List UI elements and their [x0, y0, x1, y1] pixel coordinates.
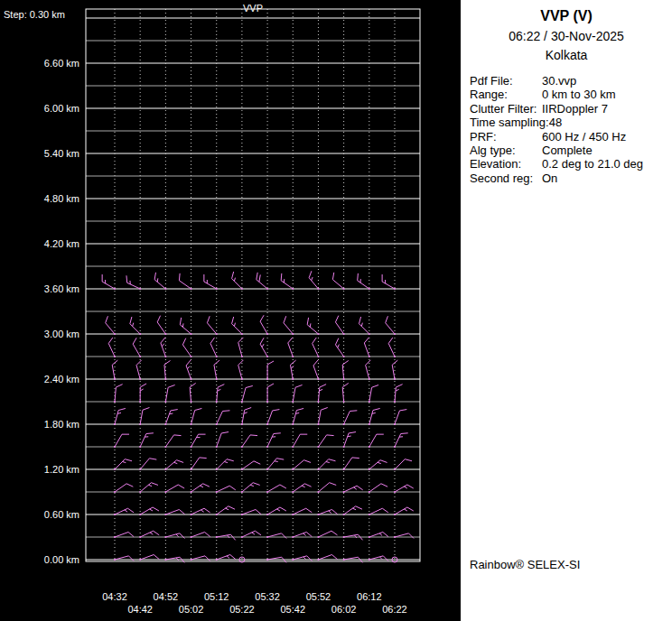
info-fields: Pdf File:30.vvpRange:0 km to 30 kmClutte…	[470, 74, 672, 185]
wind-barb	[382, 274, 396, 290]
panel-datetime: 06:22 / 30-Nov-2025	[461, 29, 672, 43]
y-tick-label: 1.20 km	[44, 464, 79, 475]
wind-barb	[394, 459, 412, 470]
x-tick-label: 06:02	[331, 604, 357, 615]
wind-barb	[114, 408, 126, 425]
wind-barb	[307, 318, 319, 335]
wind-barb	[139, 384, 146, 403]
wind-barb	[369, 434, 384, 448]
wind-barb	[266, 361, 274, 380]
y-tick-label: 5.40 km	[44, 148, 79, 159]
x-tick-label: 05:52	[306, 591, 331, 602]
x-tick-label: 04:42	[127, 604, 153, 615]
wind-barb	[260, 338, 268, 357]
info-panel: VVP (V) 06:22 / 30-Nov-2025 Kolkata Pdf …	[461, 0, 672, 621]
wind-barb	[317, 408, 327, 425]
info-field-label: Range:	[470, 88, 542, 101]
wind-barb	[369, 385, 378, 403]
wind-barb	[136, 360, 142, 380]
wind-barb	[343, 458, 359, 470]
x-tick-label: 04:52	[154, 591, 179, 602]
wind-barb	[266, 459, 284, 470]
wind-barb	[359, 317, 369, 335]
y-tick-label: 6.00 km	[44, 103, 79, 114]
info-field-row: Time sampling:48	[470, 116, 672, 129]
wind-barb	[292, 408, 303, 425]
wind-barb	[317, 435, 333, 448]
wind-barb	[335, 316, 344, 335]
wind-barb	[343, 506, 362, 515]
y-tick-label: 4.80 km	[44, 193, 79, 204]
wind-barb	[216, 459, 234, 470]
y-tick-label: 6.60 km	[44, 58, 79, 69]
wind-barb	[114, 556, 134, 561]
x-tick-label: 05:42	[280, 604, 305, 615]
x-axis-labels: 04:3204:4204:5205:0205:1205:2205:3205:42…	[102, 591, 407, 615]
wind-barb	[266, 410, 279, 425]
wind-barb	[139, 483, 158, 493]
y-tick-label: 3.00 km	[44, 329, 79, 339]
info-field-value: 48	[549, 116, 562, 129]
wind-barb	[114, 434, 129, 448]
wind-barb	[179, 273, 191, 290]
wind-barb	[180, 318, 191, 335]
wind-barb	[210, 338, 218, 357]
wind-barb	[342, 383, 349, 403]
wind-barb	[369, 460, 387, 470]
wind-barb	[260, 315, 268, 335]
wind-barb	[386, 316, 396, 335]
wind-barb	[139, 408, 149, 425]
wind-barb	[114, 484, 133, 493]
wind-barb	[126, 275, 141, 290]
info-field-value: 0 km to 30 km	[542, 88, 616, 101]
vvp-chart-svg: Step: 0.30 km VVP 6.60 km6.00 km5.40 km4…	[0, 0, 461, 621]
panel-site: Kolkata	[461, 48, 672, 62]
wind-barb	[216, 411, 230, 425]
x-tick-label: 04:32	[102, 591, 127, 602]
info-field-row: Pdf File:30.vvp	[470, 74, 672, 88]
wind-barb	[161, 338, 166, 357]
wind-barb	[241, 435, 257, 448]
wind-barb	[191, 434, 206, 448]
grid-layer	[86, 9, 420, 561]
info-field-row: Range:0 km to 30 km	[470, 88, 672, 101]
y-tick-label: 0.60 km	[44, 509, 79, 520]
wind-barb	[108, 338, 116, 357]
panel-footer: Rainbow® SELEX-SI	[470, 558, 580, 571]
info-field-label: Alg type:	[470, 144, 542, 157]
wind-barb	[182, 338, 191, 357]
x-tick-label: 05:32	[255, 591, 280, 602]
wind-barb	[241, 408, 251, 425]
wind-barb	[369, 556, 388, 561]
info-field-row: PRF:600 Hz / 450 Hz	[470, 130, 672, 144]
wind-barb	[190, 383, 196, 403]
wind-barb	[204, 274, 218, 290]
info-field-value: 0.2 deg to 21.0 deg	[542, 157, 643, 171]
wind-barb	[139, 433, 154, 448]
wind-barb	[238, 338, 244, 357]
wind-barb	[207, 316, 217, 335]
wind-barb	[216, 432, 229, 448]
wind-barb	[394, 410, 406, 425]
y-tick-label: 4.20 km	[44, 238, 79, 249]
wind-barb	[369, 484, 387, 493]
y-tick-label: 1.80 km	[44, 419, 79, 430]
info-field-label: Time sampling:	[470, 116, 549, 129]
wind-barb	[317, 385, 326, 403]
wind-barb	[114, 459, 132, 470]
x-tick-label: 05:02	[179, 604, 204, 615]
wind-barb	[343, 432, 356, 448]
wind-barb	[157, 316, 166, 335]
wind-barb	[216, 506, 235, 515]
wind-barb	[232, 317, 243, 335]
wind-barb	[257, 273, 268, 290]
wind-barb	[388, 338, 396, 357]
wind-barb	[369, 408, 380, 425]
y-tick-label: 3.60 km	[44, 283, 79, 294]
wind-barb	[394, 433, 408, 448]
chart-step-label: Step: 0.30 km	[4, 9, 65, 20]
info-field-label: PRF:	[470, 130, 542, 144]
wind-barb	[313, 338, 320, 357]
wind-barb	[241, 385, 253, 403]
info-field-value: 600 Hz / 450 Hz	[542, 130, 626, 144]
